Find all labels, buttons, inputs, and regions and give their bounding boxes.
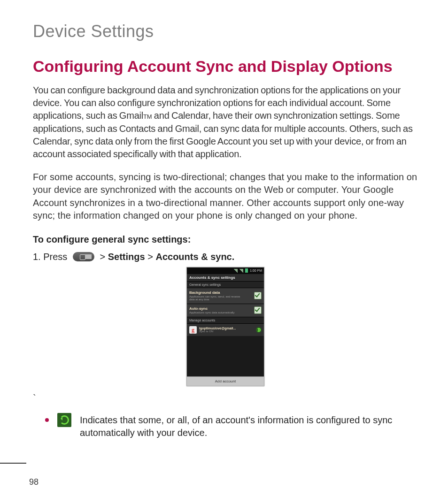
background-data-checkbox[interactable] (254, 292, 262, 299)
sync-on-icon (256, 327, 262, 333)
trademark-tm: TM (143, 113, 152, 120)
account-row[interactable]: g lgoptimuslove@gmail... Sync is ON (187, 323, 264, 336)
sync-on-indicator-icon (57, 413, 71, 427)
bullet-dot-icon (45, 418, 49, 422)
bullet-text: Indicates that some, or all, of an accou… (80, 414, 418, 439)
intro-paragraph-2: For some accounts, syncing is two-direct… (33, 171, 418, 222)
step-1-prefix: 1. Press (33, 252, 70, 262)
auto-sync-row[interactable]: Auto-sync Applications sync data automat… (187, 304, 264, 317)
intro-paragraph-1: You can configure background data and sy… (33, 84, 418, 160)
status-bar: 1:00 PM (187, 267, 264, 274)
auto-sync-sub: Applications sync data automatically (189, 311, 246, 314)
account-email: lgoptimuslove@gmail... (199, 327, 236, 330)
sync-indicator-bullet: Indicates that some, or all, of an accou… (45, 414, 418, 439)
step-1-accounts-sync: Accounts & sync. (155, 252, 234, 262)
stray-backtick: ` (33, 393, 418, 404)
step-1: 1. Press > Settings > Accounts & sync. (33, 252, 418, 262)
home-hardware-button-icon (73, 252, 94, 261)
step-1-sep-2: > (147, 252, 155, 262)
signal-icon (234, 269, 238, 273)
manage-accounts-header: Manage accounts (187, 317, 264, 323)
screen-title: Accounts & sync settings (187, 274, 264, 281)
footer-rule (0, 463, 26, 464)
google-g-icon: g (189, 326, 197, 334)
wifi-icon (239, 269, 243, 273)
step-1-settings: Settings (108, 252, 145, 262)
general-sync-header: General sync settings (187, 281, 264, 288)
background-data-row[interactable]: Background data Applications can sync, s… (187, 288, 264, 304)
auto-sync-checkbox[interactable] (254, 306, 262, 314)
step-1-sep-1: > (100, 252, 108, 262)
empty-account-area (187, 336, 264, 376)
background-data-sub: Applications can sync, send, and receive… (189, 295, 246, 301)
page-number: 98 (29, 477, 39, 487)
phone-screenshot: 1:00 PM Accounts & sync settings General… (186, 267, 264, 386)
configure-subhead: To configure general sync settings: (33, 234, 418, 245)
status-clock: 1:00 PM (250, 269, 262, 272)
section-title: Device Settings (33, 22, 418, 41)
account-sync-state: Sync is ON (199, 330, 236, 333)
add-account-button[interactable]: Add account (187, 376, 264, 386)
background-data-label: Background data (189, 290, 254, 295)
page-heading: Configuring Account Sync and Display Opt… (33, 57, 418, 76)
auto-sync-label: Auto-sync (189, 306, 254, 311)
battery-icon (245, 268, 248, 273)
